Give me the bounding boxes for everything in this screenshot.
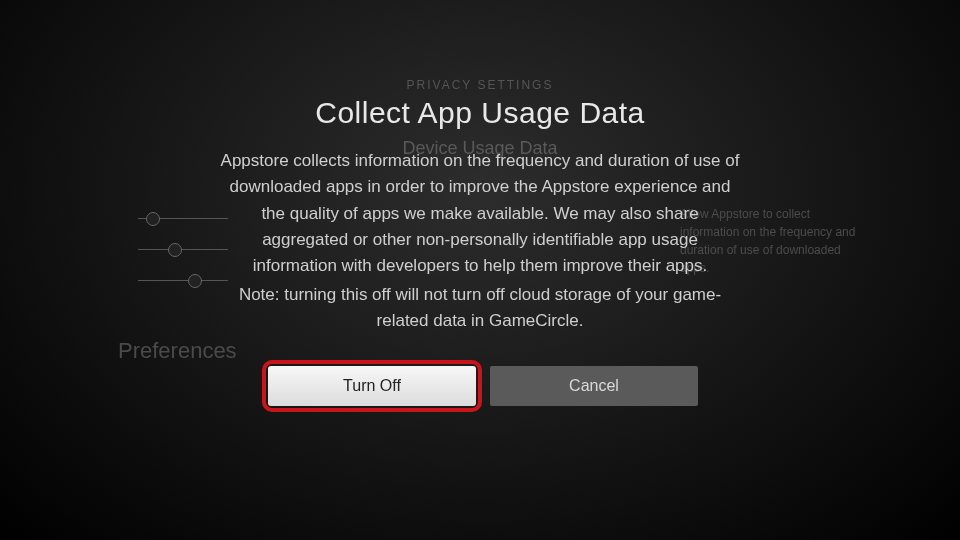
turn-off-button-highlight: Turn Off [262, 360, 482, 412]
dialog-body-main: Appstore collects information on the fre… [221, 151, 740, 275]
turn-off-button[interactable]: Turn Off [268, 366, 476, 406]
dialog-button-row: Turn Off Cancel [262, 360, 698, 412]
dialog-body-note: Note: turning this off will not turn off… [220, 282, 740, 335]
dialog-title: Collect App Usage Data [315, 96, 645, 130]
confirm-dialog: Collect App Usage Data Appstore collects… [0, 0, 960, 540]
dialog-body: Appstore collects information on the fre… [220, 148, 740, 334]
cancel-button[interactable]: Cancel [490, 366, 698, 406]
